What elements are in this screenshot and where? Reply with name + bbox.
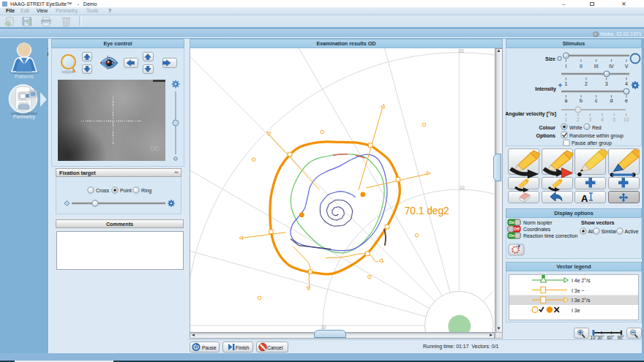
svg-text:IV: IV	[609, 64, 614, 69]
svg-text:Active: Active	[625, 229, 639, 234]
svg-text:a: a	[564, 98, 567, 103]
svg-text:Reaction time correction: Reaction time correction	[523, 233, 577, 238]
svg-text:Colour: Colour	[539, 125, 555, 130]
svg-text:3: 3	[588, 117, 591, 122]
svg-text:20: 20	[459, 48, 465, 53]
svg-text:Randomise within group: Randomise within group	[569, 133, 624, 139]
svg-text:10: 10	[460, 185, 465, 190]
svg-text:b: b	[580, 98, 583, 103]
svg-text:d: d	[610, 98, 613, 103]
svg-text:Cancel: Cancel	[267, 345, 283, 350]
svg-text:2: 2	[577, 117, 580, 122]
svg-text:c: c	[595, 98, 598, 103]
svg-text:I: I	[565, 64, 566, 69]
svg-text:e: e	[625, 98, 628, 103]
svg-text:On: On	[509, 220, 514, 225]
svg-text:Cross: Cross	[96, 188, 110, 193]
svg-text:I 3e 2°/s: I 3e 2°/s	[572, 298, 591, 303]
svg-text:Off: Off	[514, 227, 520, 231]
svg-text:Intensity: Intensity	[535, 86, 556, 92]
svg-text:V: V	[625, 64, 629, 69]
svg-text:Angular velocity [°/s]: Angular velocity [°/s]	[506, 111, 556, 117]
svg-text:4: 4	[625, 81, 628, 86]
svg-text:5: 5	[613, 117, 615, 122]
svg-text:Pause: Pause	[202, 345, 217, 350]
svg-text:10: 10	[624, 117, 629, 122]
svg-text:Ring: Ring	[141, 188, 151, 194]
svg-text:Options: Options	[536, 133, 556, 139]
svg-text:Show vectors: Show vectors	[581, 220, 615, 225]
svg-text:4: 4	[601, 117, 604, 122]
svg-text:3: 3	[605, 81, 608, 86]
svg-text:Red: Red	[592, 125, 602, 130]
svg-text:1: 1	[564, 81, 567, 86]
svg-text:I 3e ~: I 3e ~	[572, 288, 584, 293]
svg-text:Similar: Similar	[602, 229, 618, 234]
svg-text:2: 2	[585, 81, 588, 86]
svg-text:I 4e 2°/s: I 4e 2°/s	[572, 278, 591, 283]
svg-text:1: 1	[564, 117, 567, 122]
svg-text:White: White	[569, 125, 583, 130]
svg-text:70.1 deg2: 70.1 deg2	[405, 205, 449, 216]
svg-text:Size: Size	[545, 56, 555, 61]
svg-text:I 3e: I 3e	[572, 308, 580, 313]
svg-text:Pause after group: Pause after group	[572, 140, 612, 146]
svg-text:Coordinates: Coordinates	[523, 227, 551, 232]
svg-text:Norm isopter: Norm isopter	[523, 220, 553, 226]
svg-text:Point: Point	[120, 188, 132, 193]
svg-text:Finish: Finish	[236, 345, 250, 350]
svg-text:III: III	[594, 64, 599, 69]
svg-text:II: II	[580, 64, 583, 69]
